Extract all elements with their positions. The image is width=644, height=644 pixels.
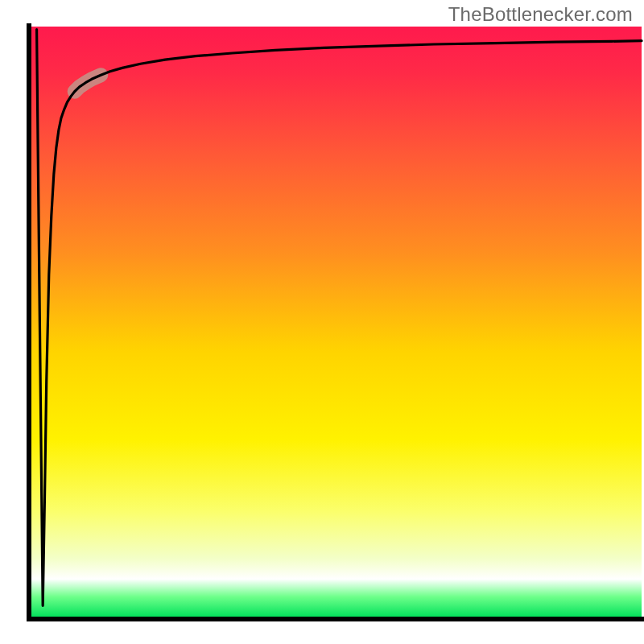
- plot-background: [31, 27, 642, 617]
- chart-container: TheBottlenecker.com: [0, 0, 644, 644]
- chart-svg: [0, 0, 644, 644]
- watermark-text: TheBottlenecker.com: [448, 3, 633, 26]
